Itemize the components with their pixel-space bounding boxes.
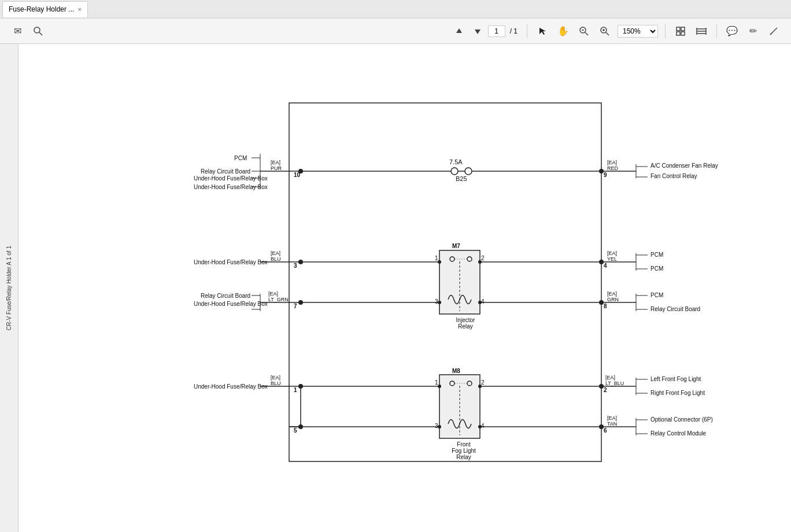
prev-page-button[interactable]: [451, 23, 467, 39]
sidebar-label: CR-V Fuse/Relay Holder A 1 of 1: [0, 44, 19, 532]
fan-control-label: Fan Control Relay: [650, 173, 697, 179]
svg-point-27: [465, 168, 472, 175]
pin5-label: 5: [294, 427, 297, 434]
pin8-label: 8: [604, 303, 607, 309]
zoom-out-button[interactable]: [576, 23, 592, 39]
m8-id: M8: [452, 368, 460, 374]
fuse-id-label: B25: [456, 175, 467, 182]
ea-blu-m7-label: [EA]BLU: [271, 250, 281, 262]
svg-rect-14: [677, 32, 680, 35]
svg-marker-2: [456, 28, 462, 33]
m7-pin1: 1: [435, 255, 438, 261]
m7-pin3: 3: [435, 298, 438, 305]
svg-marker-3: [475, 29, 480, 34]
next-page-button[interactable]: [470, 23, 486, 39]
ac-condenser-label: A/C Condenser Fan Relay: [650, 162, 718, 169]
diagram: [EA]PUR PCM Relay Circuit Board Under-Ho…: [145, 86, 665, 490]
ea-pur-label: [EA]PUR: [271, 160, 282, 171]
relay-circuit-board-m7-label: Relay Circuit Board: [201, 293, 250, 299]
ea-yel-label: [EA]YEL: [607, 250, 617, 262]
under-hood-label-2: Under-Hood Fuse/Relay Box: [194, 184, 268, 190]
svg-line-7: [585, 32, 588, 35]
ea-blu-m8-label: [EA]BLU: [271, 375, 281, 386]
svg-rect-15: [681, 32, 685, 35]
pcm-label: PCM: [234, 155, 247, 161]
pin10-label: 10: [294, 172, 300, 178]
pin9-label: 9: [604, 172, 607, 178]
fuse-value-label: 7.5A: [449, 158, 463, 165]
svg-point-37: [298, 260, 303, 264]
m8-pin4: 4: [481, 423, 485, 429]
nav-controls: / 1: [451, 23, 520, 39]
toolbar: ✉ / 1 ✋ 150% 100% 75% 50% 💬 ✏: [0, 19, 791, 44]
m8-pin3: 3: [435, 423, 438, 429]
svg-point-26: [451, 168, 458, 175]
svg-rect-13: [681, 27, 685, 31]
page-input[interactable]: [488, 25, 505, 37]
tab-close-button[interactable]: ×: [77, 6, 81, 13]
diagram-svg: [145, 86, 665, 490]
m8-pin1: 1: [435, 379, 438, 386]
zoom-in-button[interactable]: [597, 23, 613, 39]
page-total: / 1: [510, 27, 518, 35]
svg-line-22: [770, 33, 772, 35]
main-canvas: [EA]PUR PCM Relay Circuit Board Under-Ho…: [19, 44, 791, 532]
under-hood-label-1: Under-Hood Fuse/Relay Box: [194, 175, 268, 182]
relay-circuit-board-label: Relay Circuit Board: [201, 168, 250, 175]
ea-lt-grn-label: [EA]LT_GRN: [268, 291, 289, 302]
under-hood-m7-label: Under-Hood Fuse/Relay Box: [194, 259, 268, 265]
comment-icon[interactable]: 💬: [724, 23, 740, 39]
svg-point-38: [298, 300, 303, 305]
pcm-r3-label: PCM: [650, 292, 663, 298]
markup-icon[interactable]: [766, 23, 782, 39]
svg-point-0: [34, 27, 40, 33]
relay-circuit-board-r-label: Relay Circuit Board: [650, 306, 700, 312]
pin7-label: 7: [294, 303, 297, 309]
pin6-label: 6: [604, 427, 607, 434]
optional-connector-label: Optional Connector (6P): [650, 416, 713, 423]
m8-pin2: 2: [481, 379, 485, 386]
mail-icon[interactable]: ✉: [9, 23, 25, 39]
fit-page-icon[interactable]: [672, 23, 689, 39]
relay-control-module-label: Relay Control Module: [650, 430, 706, 437]
ea-lt-blu-label: [EA]LT_BLU: [605, 375, 624, 386]
svg-rect-12: [677, 27, 680, 31]
m7-pin2: 2: [481, 255, 485, 261]
tab-fuse-relay[interactable]: Fuse-Relay Holder ... ×: [2, 1, 88, 17]
fit-width-icon[interactable]: [693, 23, 709, 39]
ea-red-label: [EA]RED: [607, 160, 618, 171]
tab-label: Fuse-Relay Holder ...: [9, 5, 74, 13]
under-hood-m7b-label: Under-Hood Fuse/Relay Box: [194, 301, 268, 307]
sidebar-text: CR-V Fuse/Relay Holder A 1 of 1: [6, 246, 12, 330]
injector-relay-label: InjectorRelay: [445, 317, 486, 330]
ea-grn-label: [EA]GRN: [607, 291, 619, 302]
tab-bar: Fuse-Relay Holder ... ×: [0, 0, 791, 19]
search-icon[interactable]: [30, 23, 46, 39]
under-hood-m8-label: Under-Hood Fuse/Relay Box: [194, 383, 268, 390]
ea-tan-label: [EA]TAN: [607, 415, 617, 427]
svg-line-11: [606, 32, 609, 35]
m7-id: M7: [452, 243, 460, 249]
front-fog-relay-label: FrontFog LightRelay: [441, 441, 487, 460]
left-front-fog-label: Left Front Fog Light: [650, 376, 701, 382]
svg-marker-4: [539, 28, 546, 35]
pin3-label: 3: [294, 263, 297, 269]
pen-icon[interactable]: ✏: [745, 23, 761, 39]
zoom-select[interactable]: 150% 100% 75% 50%: [618, 25, 658, 38]
right-front-fog-label: Right Front Fog Light: [650, 390, 705, 396]
pcm-r1-label: PCM: [650, 252, 663, 258]
m7-pin4: 4: [481, 298, 485, 305]
pin1-label: 1: [294, 387, 297, 393]
pin4-label: 4: [604, 263, 607, 269]
cursor-tool[interactable]: [534, 23, 550, 39]
svg-line-1: [39, 32, 42, 35]
hand-tool[interactable]: ✋: [555, 23, 571, 39]
pcm-r2-label: PCM: [650, 265, 663, 272]
pin2-r-label: 2: [604, 387, 607, 393]
